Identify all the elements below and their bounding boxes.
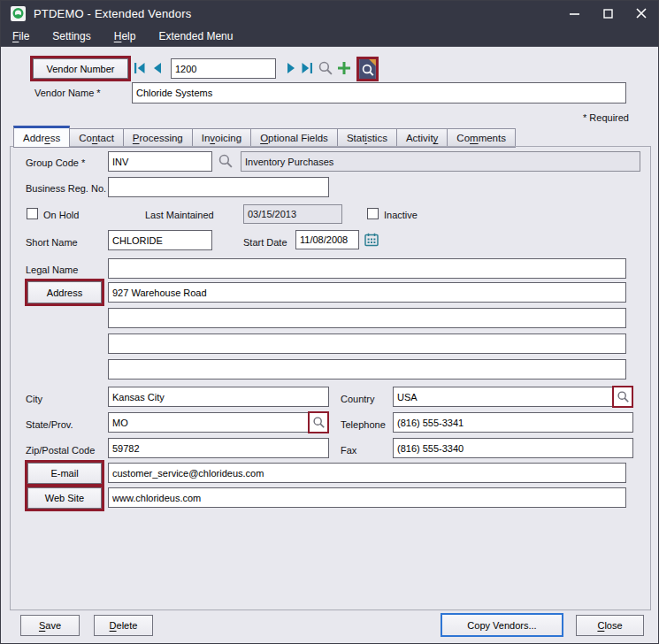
menu-file[interactable]: File	[1, 26, 41, 46]
fax-label: Fax	[341, 445, 356, 456]
required-note: * Required	[532, 112, 629, 123]
telephone-label: Telephone	[341, 419, 386, 430]
short-name-label: Short Name	[26, 237, 78, 248]
city-label: City	[26, 394, 42, 404]
legal-name-input[interactable]	[108, 258, 626, 279]
short-name-input[interactable]	[108, 230, 212, 250]
email-button[interactable]: E-mail	[27, 463, 102, 484]
address-line3-input[interactable]	[108, 334, 626, 354]
business-reg-label: Business Reg. No.	[26, 183, 106, 194]
menu-help[interactable]: Help	[103, 26, 148, 46]
tab-activity[interactable]: Activity	[397, 128, 448, 148]
group-code-description: Inventory Purchases	[241, 151, 640, 172]
last-maintained-value: 03/15/2013	[243, 204, 342, 224]
address-line4-input[interactable]	[108, 359, 626, 380]
country-finder-icon[interactable]	[612, 386, 633, 408]
state-prov-input[interactable]	[108, 412, 329, 433]
inactive-checkbox[interactable]	[367, 208, 379, 219]
country-input[interactable]	[393, 387, 633, 407]
menu-extended-menu[interactable]: Extended Menu	[147, 26, 244, 46]
last-maintained-label: Last Maintained	[145, 210, 214, 220]
calendar-icon[interactable]	[364, 233, 379, 247]
vendor-inquiry-icon[interactable]	[359, 59, 376, 79]
on-hold-label: On Hold	[43, 210, 79, 220]
save-button[interactable]: Save	[20, 615, 80, 636]
inactive-label: Inactive	[384, 210, 418, 220]
zip-postal-label: Zip/Postal Code	[26, 445, 95, 456]
maximize-button[interactable]	[591, 1, 625, 26]
start-date-input[interactable]	[295, 230, 359, 249]
vendor-name-input[interactable]	[132, 82, 626, 104]
group-code-label: Group Code *	[26, 157, 85, 168]
telephone-input[interactable]	[393, 412, 633, 433]
legal-name-label: Legal Name	[26, 264, 78, 275]
close-window-button[interactable]: Close	[576, 615, 644, 636]
group-code-finder-icon[interactable]	[218, 153, 234, 169]
city-input[interactable]	[108, 387, 329, 407]
zip-postal-input[interactable]	[108, 438, 329, 458]
copy-vendors-button[interactable]: Copy Vendors...	[441, 613, 563, 637]
delete-button[interactable]: Delete	[94, 615, 153, 636]
finder-icon[interactable]	[318, 60, 333, 76]
web-site-input[interactable]	[108, 487, 626, 508]
start-date-label: Start Date	[243, 237, 287, 248]
tab-comments[interactable]: Comments	[448, 128, 516, 148]
new-record-icon[interactable]	[337, 61, 351, 75]
email-highlight: E-mail	[25, 460, 104, 487]
menu-bar: File Settings Help Extended Menu	[1, 26, 658, 47]
on-hold-checkbox[interactable]	[27, 208, 38, 219]
previous-record-icon[interactable]	[151, 62, 164, 74]
web-site-highlight: Web Site	[25, 485, 104, 511]
business-reg-input[interactable]	[108, 177, 329, 197]
last-record-icon[interactable]	[301, 62, 313, 74]
tab-optional-fields[interactable]: Optional Fields	[251, 128, 338, 148]
next-record-icon[interactable]	[285, 62, 297, 74]
tab-processing[interactable]: Processing	[124, 128, 193, 148]
web-site-button[interactable]: Web Site	[27, 487, 102, 509]
tab-contact[interactable]: Contact	[70, 128, 124, 148]
country-label: Country	[341, 394, 375, 404]
address-highlight: Address	[25, 279, 104, 306]
address-line1-input[interactable]	[108, 282, 626, 303]
fax-input[interactable]	[393, 438, 633, 458]
window-title: PTDEMO - Extended Vendors	[34, 7, 191, 20]
address-line2-input[interactable]	[108, 308, 626, 328]
extended-vendors-window: PTDEMO - Extended Vendors File Settings …	[0, 0, 659, 644]
state-prov-finder-icon[interactable]	[308, 411, 329, 433]
vendor-name-label: Vendor Name *	[34, 88, 101, 98]
group-code-input[interactable]	[108, 151, 212, 172]
inquiry-highlight	[356, 57, 379, 81]
tab-address[interactable]: Address	[13, 126, 70, 148]
menu-settings[interactable]: Settings	[41, 26, 102, 46]
tab-invoicing[interactable]: Invoicing	[193, 128, 251, 148]
state-prov-label: State/Prov.	[26, 419, 73, 430]
email-input[interactable]	[108, 463, 626, 483]
vendor-number-input[interactable]	[171, 58, 276, 79]
tab-strip: Address Contact Processing Invoicing Opt…	[13, 126, 516, 148]
minimize-button[interactable]	[557, 1, 591, 26]
vendor-number-highlight: Vendor Number	[30, 56, 131, 81]
tab-statistics[interactable]: Statistics	[338, 128, 397, 148]
first-record-icon[interactable]	[134, 62, 146, 74]
close-button[interactable]	[625, 1, 658, 26]
app-logo-icon	[11, 6, 26, 21]
title-bar: PTDEMO - Extended Vendors	[1, 1, 658, 26]
vendor-number-button[interactable]: Vendor Number	[33, 58, 128, 79]
address-button[interactable]: Address	[27, 281, 102, 303]
